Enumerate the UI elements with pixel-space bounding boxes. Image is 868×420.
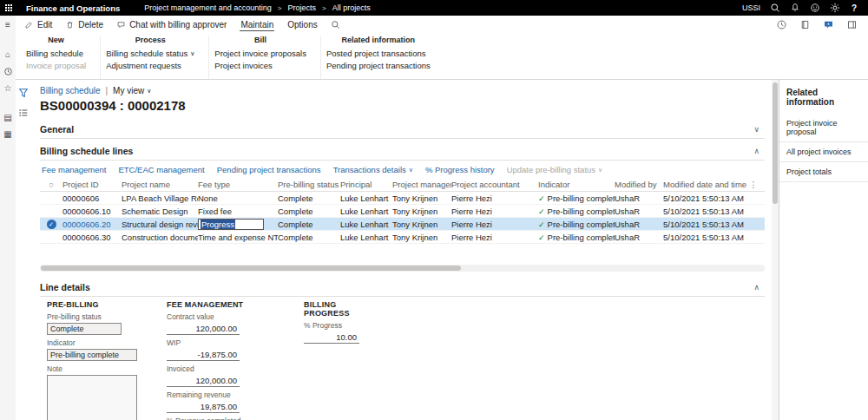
pre-billing-status-field[interactable]: Complete	[47, 323, 122, 335]
horizontal-scrollbar[interactable]	[40, 265, 765, 272]
grid-options-icon[interactable]: ⋮	[748, 180, 759, 189]
breadcrumb-module[interactable]: Project management and accounting	[144, 3, 272, 12]
col-modified-date[interactable]: Modified date and time	[663, 180, 748, 189]
chevron-down-icon[interactable]: ∨	[753, 125, 760, 134]
table-row[interactable]: 00000606.10 Schematic Design Fixed fee C…	[40, 205, 765, 218]
app-title[interactable]: Finance and Operations	[26, 3, 120, 13]
progress-history-link[interactable]: % Progress history	[425, 165, 495, 174]
col-project-accountant[interactable]: Project accountant	[451, 180, 538, 189]
col-project-id[interactable]: Project ID	[62, 180, 122, 189]
waffle-icon[interactable]	[0, 0, 17, 16]
ribbon-item-pending-project-transactions[interactable]: Pending project transactions	[326, 60, 431, 72]
ribbon-item-project-invoices[interactable]: Project invoices	[214, 60, 273, 72]
recent-clock-icon[interactable]	[3, 67, 13, 76]
col-project-manager[interactable]: Project manager	[392, 180, 451, 189]
messages-icon[interactable]	[822, 18, 834, 30]
chevron-up-icon[interactable]: ∧	[753, 147, 760, 155]
breadcrumb-all-projects[interactable]: All projects	[332, 3, 371, 12]
related-information-title: Related information	[779, 80, 868, 114]
related-item-all-project-invoices[interactable]: All project invoices	[779, 142, 868, 162]
line-details-header[interactable]: Line details ∧	[40, 279, 765, 297]
chat-with-billing-approver-button[interactable]: Chat with billing approver	[116, 20, 227, 30]
settings-gear-icon[interactable]	[829, 3, 840, 14]
general-section-header[interactable]: General ∨	[40, 121, 765, 139]
related-information-panel: Related information Project invoice prop…	[779, 80, 868, 420]
related-item-project-totals[interactable]: Project totals	[779, 162, 868, 182]
table-row[interactable]: 00000606 LPA Beach Village Resort None C…	[40, 192, 765, 205]
col-modified-by[interactable]: Modified by	[615, 180, 663, 189]
pre-billing-status-label: Pre-billing status	[47, 313, 149, 321]
wip-field[interactable]: -19,875.00	[167, 349, 240, 361]
progress-field[interactable]: 10.00	[304, 331, 359, 344]
col-principal[interactable]: Principal	[340, 180, 392, 189]
options-tab[interactable]: Options	[287, 20, 317, 30]
cell-pre-billing-status: Complete	[278, 233, 340, 242]
menu-icon[interactable]: ≡	[5, 21, 10, 30]
help-icon[interactable]: ?	[849, 3, 859, 13]
ribbon-item-adjustment-requests[interactable]: Adjustment requests	[106, 60, 181, 72]
grid-empty-area	[40, 244, 765, 265]
right-panel-icon[interactable]	[845, 18, 858, 30]
main-content: Billing schedule | My view ∨ BS00000394 …	[31, 80, 772, 420]
contract-value-field[interactable]: 120,000.00	[167, 323, 240, 335]
maintain-tab[interactable]: Maintain	[240, 18, 274, 31]
transactions-details-menu[interactable]: Transactions details ∨	[333, 165, 413, 174]
table-row[interactable]: 00000606.30 Construction documents Time …	[40, 231, 765, 244]
chevron-up-icon[interactable]: ∧	[753, 283, 760, 292]
pending-project-transactions-link[interactable]: Pending project transactions	[217, 165, 321, 174]
note-field[interactable]	[47, 375, 137, 420]
feedback-smiley-icon[interactable]	[809, 3, 820, 14]
select-all-circle-icon[interactable]: ○	[40, 180, 62, 189]
alerts-bell-icon[interactable]	[789, 3, 800, 14]
indicator-text: Pre-billing complete	[548, 207, 615, 216]
col-pre-billing-status[interactable]: Pre-billing status	[278, 180, 340, 189]
cell-fee-type: Time and expense NTE	[198, 233, 278, 242]
breadcrumb-projects[interactable]: Projects	[287, 3, 316, 12]
col-indicator[interactable]: Indicator	[538, 180, 615, 189]
cell-project-id[interactable]: 00000606	[62, 194, 122, 203]
commandbar-search-icon[interactable]	[331, 20, 340, 30]
vertical-scrollbar[interactable]	[772, 80, 779, 420]
ribbon-item-billing-schedule[interactable]: Billing schedule	[26, 48, 83, 60]
row-select[interactable]: ✓	[40, 219, 62, 230]
search-icon[interactable]	[769, 3, 780, 14]
fee-type-editor[interactable]: Progress	[198, 219, 264, 230]
view-selector[interactable]: My view ∨	[113, 86, 151, 95]
ribbon-item-project-invoice-proposals[interactable]: Project invoice proposals	[214, 48, 306, 60]
toc-list-icon[interactable]	[18, 108, 29, 118]
table-row-selected[interactable]: ✓ 00000606.20 Structural design review P…	[40, 218, 765, 231]
ribbon-item-billing-schedule-status[interactable]: Billing schedule status ∨	[106, 48, 194, 60]
modules-icon[interactable]: ▦	[3, 130, 11, 139]
lines-section-header[interactable]: Billing schedule lines ∧	[40, 142, 765, 161]
horizontal-scrollbar-thumb[interactable]	[41, 266, 461, 271]
indicator-field[interactable]: Pre-billing complete	[47, 349, 137, 361]
favorites-star-icon[interactable]: ☆	[4, 84, 12, 93]
home-icon[interactable]: ⌂	[5, 50, 10, 59]
billing-progress-group: BILLING PROGRESS % Progress 10.00	[304, 300, 384, 420]
workspaces-icon[interactable]: ▤	[3, 114, 11, 122]
history-clock-icon[interactable]	[775, 18, 787, 30]
fee-management-link[interactable]: Fee management	[42, 165, 106, 174]
remaining-revenue-field[interactable]: 19,875.00	[167, 401, 240, 413]
col-fee-type[interactable]: Fee type	[198, 180, 278, 189]
cell-modified-date: 5/10/2021 5:50:13 AM	[663, 220, 748, 229]
lines-section-title: Billing schedule lines	[40, 146, 133, 156]
vertical-scrollbar-thumb[interactable]	[773, 82, 778, 204]
cell-modified-by: UshaR	[615, 233, 663, 242]
task-guide-icon[interactable]	[799, 18, 811, 30]
etc-eac-management-link[interactable]: ETC/EAC management	[118, 165, 204, 174]
filter-funnel-icon[interactable]	[18, 88, 29, 98]
invoiced-field[interactable]: 120,000.00	[167, 375, 240, 387]
cell-project-id[interactable]: 00000606.30	[62, 233, 122, 242]
edit-button[interactable]: Edit	[24, 20, 52, 30]
delete-button[interactable]: Delete	[65, 20, 103, 30]
company-picker[interactable]: USSI	[742, 3, 760, 12]
related-item-project-invoice-proposal[interactable]: Project invoice proposal	[779, 114, 868, 142]
ribbon-item-posted-project-transactions[interactable]: Posted project transactions	[326, 48, 426, 60]
ribbon-group-related-information: Related information Posted project trans…	[325, 36, 444, 79]
cell-project-id[interactable]: 00000606.20	[62, 220, 122, 229]
cell-project-id[interactable]: 00000606.10	[62, 207, 122, 216]
progress-label: % Progress	[304, 322, 384, 330]
col-project-name[interactable]: Project name	[122, 180, 198, 189]
form-caption-link[interactable]: Billing schedule	[40, 86, 101, 95]
